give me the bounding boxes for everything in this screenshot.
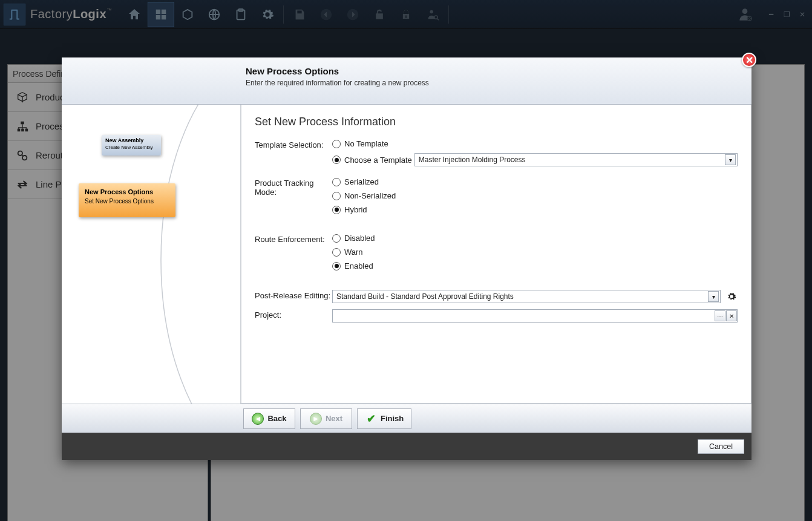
radio-label: Hybrid — [344, 205, 367, 214]
radio-label: No Template — [344, 139, 388, 148]
radio-non-serialized[interactable] — [332, 192, 341, 200]
wizard-close-button[interactable]: ✕ — [742, 53, 756, 67]
project-field[interactable]: ⋯ ✕ — [332, 309, 738, 323]
button-label: Finish — [381, 414, 404, 423]
wizard-bottom-bar: Cancel — [62, 433, 751, 460]
project-browse-button[interactable]: ⋯ — [715, 310, 725, 321]
radio-route-enabled[interactable] — [332, 262, 341, 270]
wizard-body: New Assembly Create New Assembly New Pro… — [62, 105, 751, 404]
project-clear-button[interactable]: ✕ — [726, 310, 737, 321]
radio-label: Disabled — [344, 234, 375, 243]
gear-icon — [727, 292, 736, 301]
new-process-wizard: ✕ New Process Options Enter the required… — [62, 57, 751, 460]
radio-label: Warn — [344, 247, 363, 257]
tracking-mode-label: Product Tracking Mode: — [255, 177, 332, 219]
project-input[interactable] — [333, 310, 714, 322]
radio-label: Non-Serialized — [344, 191, 396, 200]
arrow-right-icon: ► — [310, 413, 322, 425]
radio-route-warn[interactable] — [332, 248, 341, 257]
button-label: Next — [326, 414, 342, 423]
wizard-next-button: ► Next — [300, 408, 352, 429]
chevron-down-icon[interactable]: ▾ — [725, 154, 736, 165]
dropdown-value: Master Injection Molding Process — [419, 156, 526, 164]
step-title: New Process Options — [85, 188, 169, 195]
radio-hybrid[interactable] — [332, 206, 341, 214]
form-section-title: Set New Process Information — [255, 116, 738, 128]
step-subtitle: Set New Process Options — [85, 198, 169, 205]
wizard-finish-button[interactable]: ✔ Finish — [357, 408, 411, 429]
wizard-title: New Process Options — [246, 66, 429, 76]
check-icon: ✔ — [365, 413, 377, 425]
step-title: New Assembly — [105, 137, 157, 143]
arrow-left-icon: ◄ — [252, 413, 264, 425]
radio-choose-template[interactable] — [332, 156, 341, 164]
radio-route-disabled[interactable] — [332, 234, 341, 243]
wizard-step-current: New Process Options Set New Process Opti… — [79, 183, 175, 217]
wizard-subtitle: Enter the required information for creat… — [246, 79, 429, 87]
post-release-dropdown[interactable]: Standard Build - Standard Post Approval … — [332, 290, 721, 303]
wizard-form: Set New Process Information Template Sel… — [241, 105, 751, 404]
wizard-nav-bar: ◄ Back ► Next ✔ Finish — [62, 404, 751, 433]
chevron-down-icon[interactable]: ▾ — [708, 291, 719, 302]
button-label: Back — [267, 414, 286, 423]
radio-no-template[interactable] — [332, 140, 341, 148]
radio-serialized[interactable] — [332, 178, 341, 186]
project-label: Project: — [255, 309, 332, 323]
wizard-cancel-button[interactable]: Cancel — [698, 439, 744, 454]
dropdown-value: Standard Build - Standard Post Approval … — [336, 292, 514, 301]
post-release-settings-button[interactable] — [725, 290, 738, 303]
wizard-back-button[interactable]: ◄ Back — [243, 408, 295, 429]
radio-label: Enabled — [344, 261, 373, 270]
post-release-label: Post-Release Editing: — [255, 290, 332, 303]
wizard-side-nav: New Assembly Create New Assembly New Pro… — [62, 105, 241, 404]
radio-label: Serialized — [344, 177, 379, 186]
template-selection-label: Template Selection: — [255, 139, 332, 171]
step-subtitle: Create New Assembly — [105, 145, 157, 150]
button-label: Cancel — [709, 442, 733, 451]
radio-label: Choose a Template — [344, 156, 412, 165]
wizard-step-previous[interactable]: New Assembly Create New Assembly — [102, 135, 161, 156]
wizard-header: New Process Options Enter the required i… — [62, 57, 751, 105]
template-dropdown[interactable]: Master Injection Molding Process ▾ — [414, 153, 738, 166]
route-enforcement-label: Route Enforcement: — [255, 234, 332, 275]
